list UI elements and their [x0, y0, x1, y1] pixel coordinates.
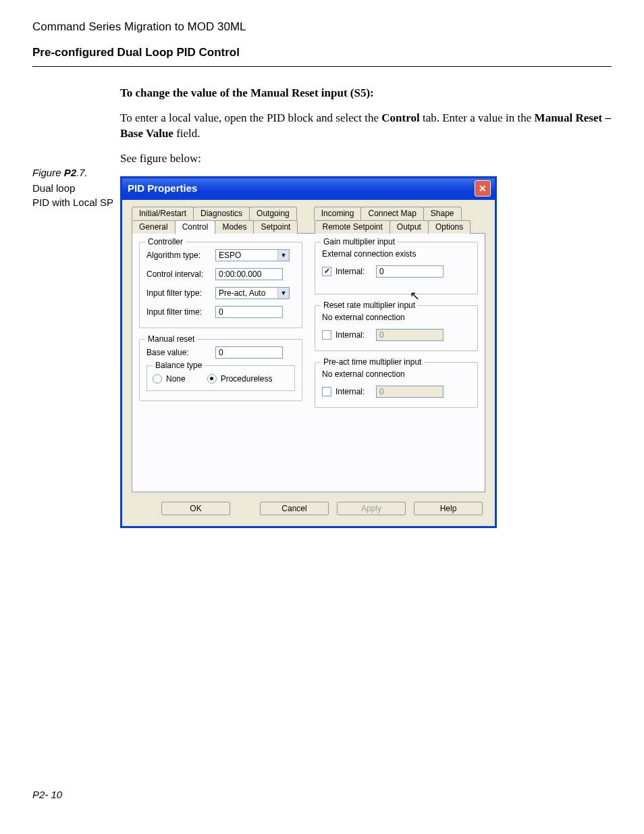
- tab-shape[interactable]: Shape: [423, 207, 462, 220]
- gain-internal-checkbox[interactable]: ✓: [322, 267, 331, 276]
- chevron-down-icon: ▼: [277, 250, 289, 261]
- doc-header: Command Series Migration to MOD 30ML: [32, 20, 612, 34]
- balance-none-label: None: [166, 374, 186, 384]
- figure-caption-line1: Dual loop: [32, 182, 120, 194]
- balance-type-legend: Balance type: [153, 361, 205, 370]
- figure-caption-line2: PID with Local SP: [32, 197, 120, 208]
- preact-internal-label: Internal:: [336, 387, 376, 396]
- tab-general[interactable]: General: [132, 220, 176, 234]
- reset-rate-status: No external connection: [322, 313, 471, 322]
- close-button[interactable]: ✕: [475, 180, 491, 197]
- section-heading: To change the value of the Manual Reset …: [120, 86, 612, 101]
- tab-incoming[interactable]: Incoming: [314, 207, 362, 220]
- pid-properties-dialog: PID Properties ✕ Initial/Restart Diagnos…: [120, 176, 497, 528]
- cancel-button[interactable]: Cancel: [260, 502, 329, 515]
- algorithm-type-value: ESPO: [216, 250, 277, 261]
- page-number: P2- 10: [32, 789, 62, 800]
- tab-initial-restart[interactable]: Initial/Restart: [132, 207, 194, 220]
- close-icon: ✕: [479, 183, 487, 194]
- control-interval-input[interactable]: [215, 268, 283, 280]
- controller-legend: Controller: [145, 237, 186, 246]
- controller-group: Controller Algorithm type: ESPO ▼ C: [139, 242, 302, 328]
- balance-none-radio[interactable]: None: [153, 374, 186, 384]
- preact-legend: Pre-act time multiplier input: [321, 357, 424, 367]
- divider: [32, 66, 612, 67]
- manual-reset-group: Manual reset Base value: Balance type: [139, 339, 302, 401]
- input-filter-type-value: Pre-act, Auto: [216, 288, 277, 298]
- input-filter-type-label: Input filter type:: [146, 288, 215, 298]
- gain-internal-label: Internal:: [336, 267, 376, 276]
- ok-button[interactable]: OK: [161, 502, 230, 515]
- dialog-title: PID Properties: [128, 182, 197, 194]
- gain-multiplier-group: Gain multiplier input External connectio…: [315, 242, 478, 294]
- tab-remote-setpoint[interactable]: Remote Setpoint: [315, 220, 390, 234]
- reset-rate-internal-label: Internal:: [336, 330, 376, 340]
- tab-setpoint[interactable]: Setpoint: [253, 220, 298, 234]
- algorithm-type-label: Algorithm type:: [146, 251, 215, 260]
- reset-rate-internal-input: [376, 329, 444, 341]
- base-value-input[interactable]: [215, 346, 283, 359]
- control-interval-label: Control interval:: [146, 269, 215, 279]
- tab-output[interactable]: Output: [390, 220, 429, 234]
- tab-modes[interactable]: Modes: [215, 220, 254, 234]
- tab-options[interactable]: Options: [428, 220, 471, 234]
- base-value-label: Base value:: [146, 348, 215, 357]
- input-filter-time-input[interactable]: [215, 306, 283, 318]
- paragraph-2: See figure below:: [120, 151, 612, 167]
- gain-legend: Gain multiplier input: [321, 237, 398, 246]
- preact-status: No external connection: [322, 369, 471, 379]
- preact-internal-input: [376, 386, 444, 398]
- manual-reset-legend: Manual reset: [145, 334, 197, 344]
- doc-subheader: Pre-configured Dual Loop PID Control: [32, 46, 612, 59]
- reset-rate-group: Reset rate multiplier input No external …: [315, 305, 478, 351]
- reset-rate-legend: Reset rate multiplier input: [321, 301, 418, 310]
- tab-outgoing[interactable]: Outgoing: [249, 207, 297, 220]
- balance-procedureless-label: Procedureless: [221, 374, 273, 384]
- radio-icon: [207, 374, 217, 384]
- algorithm-type-combo[interactable]: ESPO ▼: [215, 249, 290, 261]
- input-filter-type-combo[interactable]: Pre-act, Auto ▼: [215, 287, 290, 299]
- radio-icon: [153, 374, 162, 384]
- tab-control[interactable]: Control: [175, 220, 216, 234]
- figure-label: Figure P2.7.: [32, 167, 120, 178]
- figure-caption-sidebar: Figure P2.7. Dual loop PID with Local SP: [32, 86, 120, 211]
- gain-status: External connection exists: [322, 249, 471, 259]
- paragraph-1: To enter a local value, open the PID blo…: [120, 111, 612, 142]
- apply-button: Apply: [337, 502, 406, 515]
- gain-internal-input[interactable]: [376, 265, 444, 278]
- balance-procedureless-radio[interactable]: Procedureless: [207, 374, 273, 384]
- input-filter-time-label: Input filter time:: [146, 307, 215, 317]
- chevron-down-icon: ▼: [277, 288, 289, 298]
- preact-group: Pre-act time multiplier input No externa…: [315, 362, 478, 408]
- help-button[interactable]: Help: [414, 502, 483, 515]
- balance-type-group: Balance type None Procedurel: [146, 365, 295, 391]
- tab-diagnostics[interactable]: Diagnostics: [193, 207, 250, 220]
- preact-internal-checkbox[interactable]: [322, 387, 331, 396]
- titlebar[interactable]: PID Properties ✕: [122, 178, 495, 200]
- reset-rate-internal-checkbox[interactable]: [322, 330, 331, 340]
- tab-connect-map[interactable]: Connect Map: [360, 207, 423, 220]
